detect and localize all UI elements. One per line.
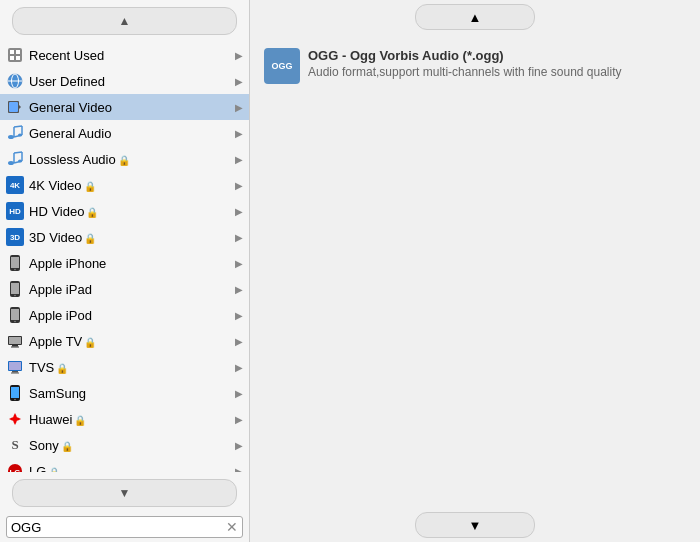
scroll-down-button[interactable]: ▼	[12, 479, 237, 507]
svg-line-16	[14, 126, 22, 127]
category-list: Recent Used▶User Defined▶General Video▶G…	[0, 42, 249, 472]
general-video-label: General Video	[29, 100, 231, 115]
svg-rect-24	[11, 257, 19, 268]
category-item-huawei[interactable]: Huawei🔒▶	[0, 406, 249, 432]
category-item-lg[interactable]: LGLG🔒▶	[0, 458, 249, 472]
category-item-user-defined[interactable]: User Defined▶	[0, 68, 249, 94]
format-item-ogg[interactable]: OGGOGG - Ogg Vorbis Audio (*.ogg)Audio f…	[258, 42, 692, 90]
svg-point-17	[8, 161, 14, 165]
4k-video-label: 4K Video🔒	[29, 178, 231, 193]
huawei-arrow-icon: ▶	[235, 414, 243, 425]
ogg-format-info: OGG - Ogg Vorbis Audio (*.ogg)Audio form…	[308, 48, 686, 79]
hd-video-lock-icon: 🔒	[86, 207, 98, 218]
category-item-samsung[interactable]: SamSung▶	[0, 380, 249, 406]
general-audio-icon	[6, 124, 24, 142]
ogg-format-title: OGG - Ogg Vorbis Audio (*.ogg)	[308, 48, 686, 63]
category-item-apple-iphone[interactable]: Apple iPhone▶	[0, 250, 249, 276]
sony-lock-icon: 🔒	[61, 441, 73, 452]
svg-point-28	[14, 295, 16, 297]
apple-ipod-label: Apple iPod	[29, 308, 231, 323]
svg-line-13	[14, 135, 22, 137]
svg-rect-4	[16, 56, 20, 60]
category-item-recent-used[interactable]: Recent Used▶	[0, 42, 249, 68]
recent-used-icon	[6, 46, 24, 64]
scroll-down-arrow: ▼	[119, 486, 131, 500]
samsung-label: SamSung	[29, 386, 231, 401]
apple-ipad-icon	[6, 280, 24, 298]
user-defined-icon	[6, 72, 24, 90]
apple-ipod-arrow-icon: ▶	[235, 310, 243, 321]
category-item-general-audio[interactable]: General Audio▶	[0, 120, 249, 146]
main-container: ▲ Recent Used▶User Defined▶General Video…	[0, 0, 700, 542]
right-scroll-bottom: ▼	[250, 508, 700, 542]
svg-marker-9	[18, 104, 21, 110]
category-item-apple-tv[interactable]: Apple TV🔒▶	[0, 328, 249, 354]
4k-video-arrow-icon: ▶	[235, 180, 243, 191]
3d-video-icon: 3D	[6, 228, 24, 246]
apple-iphone-label: Apple iPhone	[29, 256, 231, 271]
svg-rect-2	[16, 50, 20, 54]
recent-used-label: Recent Used	[29, 48, 231, 63]
right-panel: ▲ OGGOGG - Ogg Vorbis Audio (*.ogg)Audio…	[250, 0, 700, 542]
category-item-tvs[interactable]: TVS🔒▶	[0, 354, 249, 380]
svg-rect-3	[10, 56, 14, 60]
svg-rect-30	[11, 309, 19, 320]
svg-rect-39	[11, 373, 19, 374]
right-scroll-top: ▲	[250, 0, 700, 34]
lg-icon: LG	[6, 462, 24, 472]
svg-rect-38	[12, 371, 18, 373]
category-item-hd-video[interactable]: HDHD Video🔒▶	[0, 198, 249, 224]
svg-line-19	[14, 161, 22, 163]
right-arrow-down: ▼	[469, 518, 482, 533]
category-item-lossless-audio[interactable]: Lossless Audio🔒▶	[0, 146, 249, 172]
hd-video-icon: HD	[6, 202, 24, 220]
clear-search-button[interactable]: ✕	[226, 519, 238, 535]
lossless-audio-arrow-icon: ▶	[235, 154, 243, 165]
category-item-apple-ipad[interactable]: Apple iPad▶	[0, 276, 249, 302]
apple-tv-label: Apple TV🔒	[29, 334, 231, 349]
apple-iphone-arrow-icon: ▶	[235, 258, 243, 269]
samsung-arrow-icon: ▶	[235, 388, 243, 399]
category-item-sony[interactable]: SSony🔒▶	[0, 432, 249, 458]
3d-video-lock-icon: 🔒	[84, 233, 96, 244]
ogg-format-icon: OGG	[264, 48, 300, 84]
category-item-apple-ipod[interactable]: Apple iPod▶	[0, 302, 249, 328]
svg-line-22	[14, 152, 22, 153]
category-item-3d-video[interactable]: 3D3D Video🔒▶	[0, 224, 249, 250]
svg-point-25	[14, 269, 16, 271]
svg-rect-10	[9, 102, 18, 112]
left-bottom: ▼ ✕	[0, 472, 249, 542]
search-row: ✕	[6, 516, 243, 538]
tvs-arrow-icon: ▶	[235, 362, 243, 373]
right-content: OGGOGG - Ogg Vorbis Audio (*.ogg)Audio f…	[250, 34, 700, 508]
huawei-icon	[6, 410, 24, 428]
scroll-up-button[interactable]: ▲	[12, 7, 237, 35]
huawei-lock-icon: 🔒	[74, 415, 86, 426]
sony-arrow-icon: ▶	[235, 440, 243, 451]
apple-ipad-arrow-icon: ▶	[235, 284, 243, 295]
svg-point-11	[8, 135, 14, 139]
svg-rect-34	[12, 345, 18, 347]
3d-video-label: 3D Video🔒	[29, 230, 231, 245]
general-video-icon	[6, 98, 24, 116]
3d-video-arrow-icon: ▶	[235, 232, 243, 243]
apple-tv-lock-icon: 🔒	[84, 337, 96, 348]
recent-used-arrow-icon: ▶	[235, 50, 243, 61]
search-input[interactable]	[11, 520, 226, 535]
svg-point-31	[14, 321, 16, 323]
right-scroll-down-button[interactable]: ▼	[415, 512, 535, 538]
apple-iphone-icon	[6, 254, 24, 272]
category-item-general-video[interactable]: General Video▶	[0, 94, 249, 120]
left-panel: ▲ Recent Used▶User Defined▶General Video…	[0, 0, 250, 542]
lg-label: LG🔒	[29, 464, 231, 473]
ogg-format-desc: Audio format,support multi-channels with…	[308, 65, 686, 79]
right-scroll-up-button[interactable]: ▲	[415, 4, 535, 30]
apple-tv-icon	[6, 332, 24, 350]
hd-video-arrow-icon: ▶	[235, 206, 243, 217]
category-item-4k-video[interactable]: 4K4K Video🔒▶	[0, 172, 249, 198]
scroll-up-arrow: ▲	[119, 14, 131, 28]
huawei-label: Huawei🔒	[29, 412, 231, 427]
4k-video-icon: 4K	[6, 176, 24, 194]
svg-rect-27	[11, 283, 19, 294]
hd-video-label: HD Video🔒	[29, 204, 231, 219]
